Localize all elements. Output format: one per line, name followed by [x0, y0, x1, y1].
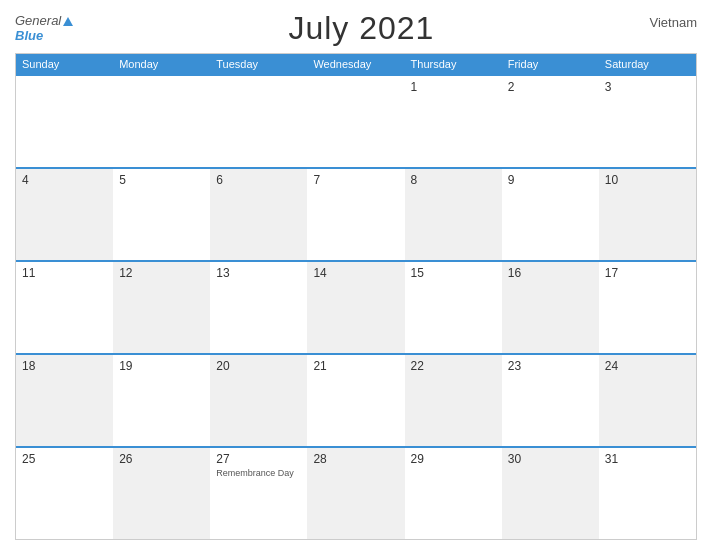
calendar-cell: 22 [405, 355, 502, 446]
calendar: SundayMondayTuesdayWednesdayThursdayFrid… [15, 53, 697, 540]
calendar-cell: 27Remembrance Day [210, 448, 307, 539]
calendar-week-3: 11121314151617 [16, 260, 696, 353]
day-number: 30 [508, 452, 593, 466]
calendar-cell [307, 76, 404, 167]
day-of-week-saturday: Saturday [599, 54, 696, 74]
calendar-cell: 20 [210, 355, 307, 446]
day-number: 7 [313, 173, 398, 187]
day-number: 16 [508, 266, 593, 280]
day-of-week-sunday: Sunday [16, 54, 113, 74]
calendar-week-2: 45678910 [16, 167, 696, 260]
logo-triangle-icon [63, 17, 73, 26]
day-of-week-friday: Friday [502, 54, 599, 74]
calendar-cell: 28 [307, 448, 404, 539]
calendar-cell: 6 [210, 169, 307, 260]
calendar-cell: 8 [405, 169, 502, 260]
calendar-cell: 7 [307, 169, 404, 260]
calendar-header: SundayMondayTuesdayWednesdayThursdayFrid… [16, 54, 696, 74]
day-number: 31 [605, 452, 690, 466]
day-number: 1 [411, 80, 496, 94]
country-label: Vietnam [650, 15, 697, 30]
day-number: 14 [313, 266, 398, 280]
month-title: July 2021 [288, 10, 434, 47]
day-number: 11 [22, 266, 107, 280]
day-number: 18 [22, 359, 107, 373]
calendar-cell: 17 [599, 262, 696, 353]
day-number: 19 [119, 359, 204, 373]
day-of-week-tuesday: Tuesday [210, 54, 307, 74]
day-number: 28 [313, 452, 398, 466]
calendar-body: 1234567891011121314151617181920212223242… [16, 74, 696, 539]
calendar-cell: 23 [502, 355, 599, 446]
day-number: 2 [508, 80, 593, 94]
day-number: 23 [508, 359, 593, 373]
calendar-cell: 18 [16, 355, 113, 446]
calendar-week-4: 18192021222324 [16, 353, 696, 446]
calendar-cell [113, 76, 210, 167]
day-number: 27 [216, 452, 301, 466]
calendar-cell: 19 [113, 355, 210, 446]
day-number: 15 [411, 266, 496, 280]
calendar-cell: 29 [405, 448, 502, 539]
logo: General Blue [15, 14, 73, 43]
calendar-cell: 14 [307, 262, 404, 353]
day-of-week-wednesday: Wednesday [307, 54, 404, 74]
calendar-cell: 2 [502, 76, 599, 167]
day-number: 13 [216, 266, 301, 280]
calendar-cell: 30 [502, 448, 599, 539]
logo-blue-text: Blue [15, 29, 73, 43]
calendar-cell: 16 [502, 262, 599, 353]
day-number: 9 [508, 173, 593, 187]
calendar-cell: 9 [502, 169, 599, 260]
calendar-cell: 3 [599, 76, 696, 167]
day-number: 3 [605, 80, 690, 94]
day-of-week-thursday: Thursday [405, 54, 502, 74]
calendar-cell [210, 76, 307, 167]
calendar-event: Remembrance Day [216, 468, 301, 478]
day-number: 8 [411, 173, 496, 187]
calendar-cell: 1 [405, 76, 502, 167]
day-number: 20 [216, 359, 301, 373]
day-number: 29 [411, 452, 496, 466]
day-number: 6 [216, 173, 301, 187]
calendar-week-5: 252627Remembrance Day28293031 [16, 446, 696, 539]
day-number: 26 [119, 452, 204, 466]
calendar-cell: 24 [599, 355, 696, 446]
calendar-cell: 15 [405, 262, 502, 353]
day-number: 5 [119, 173, 204, 187]
day-number: 24 [605, 359, 690, 373]
header: General Blue July 2021 Vietnam [15, 10, 697, 47]
day-of-week-monday: Monday [113, 54, 210, 74]
calendar-cell: 11 [16, 262, 113, 353]
logo-general-text: General [15, 14, 73, 28]
day-number: 22 [411, 359, 496, 373]
day-number: 17 [605, 266, 690, 280]
page: General Blue July 2021 Vietnam SundayMon… [0, 0, 712, 550]
day-number: 4 [22, 173, 107, 187]
calendar-cell [16, 76, 113, 167]
calendar-cell: 12 [113, 262, 210, 353]
calendar-week-1: 123 [16, 74, 696, 167]
day-number: 12 [119, 266, 204, 280]
day-number: 25 [22, 452, 107, 466]
calendar-cell: 5 [113, 169, 210, 260]
calendar-cell: 13 [210, 262, 307, 353]
day-number: 21 [313, 359, 398, 373]
calendar-cell: 25 [16, 448, 113, 539]
calendar-cell: 31 [599, 448, 696, 539]
day-number: 10 [605, 173, 690, 187]
calendar-cell: 26 [113, 448, 210, 539]
calendar-cell: 4 [16, 169, 113, 260]
calendar-cell: 10 [599, 169, 696, 260]
calendar-cell: 21 [307, 355, 404, 446]
